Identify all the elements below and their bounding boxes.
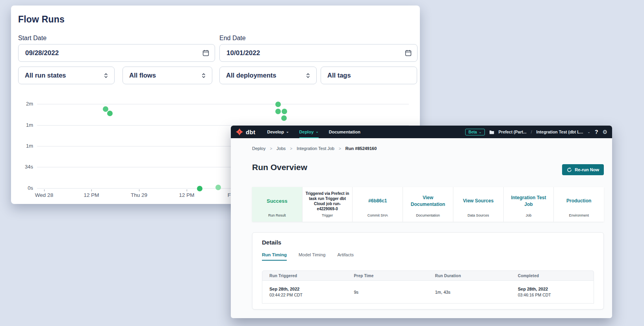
environment-card[interactable]: Production Environment [554,187,604,222]
flow-run-point[interactable] [281,115,287,121]
dbt-brand-label: dbt [246,129,255,135]
x-axis-tick-mark [44,189,45,191]
details-tabs: Run Timing Model Timing Artifacts [262,252,354,261]
run-summary-cards: Success Run Result Triggered via Prefect… [252,187,604,222]
x-axis-tick-label: 12 PM [76,192,107,198]
project-breadcrumb[interactable]: Integration Test (dbt L... [536,130,583,134]
details-panel: Details Run Timing Model Timing Artifact… [252,232,604,309]
breadcrumb-separator: / [531,130,532,134]
card-caption: Job [526,213,532,217]
dbt-top-nav: dbt Develop ⌄ Deploy ⌄ Documentation Bet… [231,126,612,138]
flow-run-point[interactable] [103,106,108,112]
column-header-run-duration: Run Duration [428,274,510,278]
x-axis-tick-mark [139,189,139,191]
run-overview-title: Run Overview [252,163,307,172]
view-documentation-card[interactable]: View Documentation Documentation [403,187,453,222]
account-breadcrumb[interactable]: Prefect (Part... [499,130,527,134]
commit-sha-value[interactable]: #6b86c1 [365,187,390,213]
run-triggered-time: 03:44:22 PM CDT [269,293,347,297]
gear-icon[interactable]: ⚙ [602,129,607,135]
help-icon[interactable]: ? [595,129,598,135]
y-axis-tick-label: 34s [17,164,33,170]
rerun-now-label: Re-run Now [575,167,599,172]
rerun-now-button[interactable]: Re-run Now [562,164,604,175]
tab-model-timing[interactable]: Model Timing [299,252,325,261]
card-caption: Documentation [416,213,440,217]
column-header-prep-time: Prep Time [347,274,428,278]
breadcrumb-run-id: Run #85249160 [345,146,377,151]
table-row: Sep 28th, 2022 03:44:22 PM CDT 9s 1m, 43… [262,281,594,304]
column-header-completed: Completed [511,274,594,278]
trigger-value: Triggered via Prefect in task run Trigge… [303,187,353,213]
refresh-icon [567,167,572,172]
breadcrumb-separator: > [290,146,292,151]
chevron-down-icon: ⌄ [316,130,319,133]
x-axis-tick-mark [91,189,92,191]
view-documentation-link[interactable]: View Documentation [406,187,450,213]
job-card[interactable]: Integration Test Job Job [504,187,554,222]
breadcrumb: Deploy > Jobs > Integration Test Job > R… [252,146,377,151]
y-axis-tick-label: 1m [17,143,33,149]
dbt-logo-icon [236,128,243,136]
card-caption: Data Sources [468,213,489,217]
flow-run-point[interactable] [215,185,221,190]
trigger-card: Triggered via Prefect in task run Trigge… [303,187,353,222]
run-result-card: Success Run Result [252,187,303,222]
chevron-down-icon[interactable]: ⌄ [587,130,590,134]
nav-item-deploy[interactable]: Deploy ⌄ [299,126,319,138]
column-header-run-triggered: Run Triggered [262,274,347,278]
completed-time: 03:46:16 PM CDT [518,293,594,297]
run-timing-table: Run Triggered Prep Time Run Duration Com… [262,270,594,304]
y-axis-tick-label: 0s [17,185,33,191]
environment-link[interactable]: Production [563,187,594,213]
nav-item-label: Deploy [299,130,314,134]
nav-item-label: Documentation [329,130,360,134]
nav-item-label: Develop [267,130,284,134]
flow-run-point[interactable] [275,109,281,114]
x-axis-tick-label: 12 PM [171,192,202,198]
tab-run-timing[interactable]: Run Timing [262,252,287,261]
nav-item-documentation[interactable]: Documentation [329,126,360,138]
folder-icon[interactable] [489,130,494,134]
table-header-row: Run Triggered Prep Time Run Duration Com… [262,270,594,281]
prep-time-cell: 9s [347,290,428,295]
job-link[interactable]: Integration Test Job [504,187,554,213]
beta-badge[interactable]: Beta ⌄ [465,129,484,135]
nav-right-cluster: Beta ⌄ Prefect (Part... / Integration Te… [465,129,607,135]
dbt-cloud-window: dbt Develop ⌄ Deploy ⌄ Documentation Bet… [231,126,612,318]
view-sources-link[interactable]: View Sources [460,187,497,213]
card-caption: Trigger [322,213,333,217]
card-caption: Environment [569,213,589,217]
x-axis-tick-mark [187,189,187,191]
flow-run-point[interactable] [107,111,113,116]
breadcrumb-deploy[interactable]: Deploy [252,146,265,151]
card-caption: Run Result [268,213,286,217]
completed-date: Sep 28th, 2022 [518,287,594,291]
desktop: { "page": { "background": "#dae1ee" }, "… [0,0,644,326]
completed-cell: Sep 28th, 2022 03:46:16 PM CDT [511,287,594,297]
commit-sha-card[interactable]: #6b86c1 Commit SHA [353,187,403,222]
beta-label: Beta [468,130,477,134]
card-caption: Commit SHA [367,213,388,217]
breadcrumb-jobs[interactable]: Jobs [277,146,286,151]
x-axis-tick-label: Wed 28 [28,192,60,198]
dbt-logo[interactable]: dbt [236,128,255,136]
run-duration-cell: 1m, 43s [428,290,510,295]
run-result-value: Success [264,187,291,213]
x-axis-tick-label: Thu 29 [123,192,155,198]
view-sources-card[interactable]: View Sources Data Sources [453,187,504,222]
flow-run-point[interactable] [275,102,281,107]
breadcrumb-separator: > [339,146,341,151]
run-triggered-cell: Sep 28th, 2022 03:44:22 PM CDT [262,287,347,297]
chevron-down-icon: ⌄ [479,130,482,134]
y-axis-tick-label: 1m [17,122,33,128]
tab-artifacts[interactable]: Artifacts [337,252,354,261]
flow-run-point[interactable] [282,109,287,114]
flow-run-point[interactable] [197,186,202,191]
nav-item-develop[interactable]: Develop ⌄ [267,126,289,138]
chevron-down-icon: ⌄ [286,130,289,133]
details-title: Details [262,239,281,246]
breadcrumb-job-name[interactable]: Integration Test Job [297,146,334,151]
dbt-content: Deploy > Jobs > Integration Test Job > R… [231,138,612,318]
y-axis-tick-label: 2m [17,101,33,107]
